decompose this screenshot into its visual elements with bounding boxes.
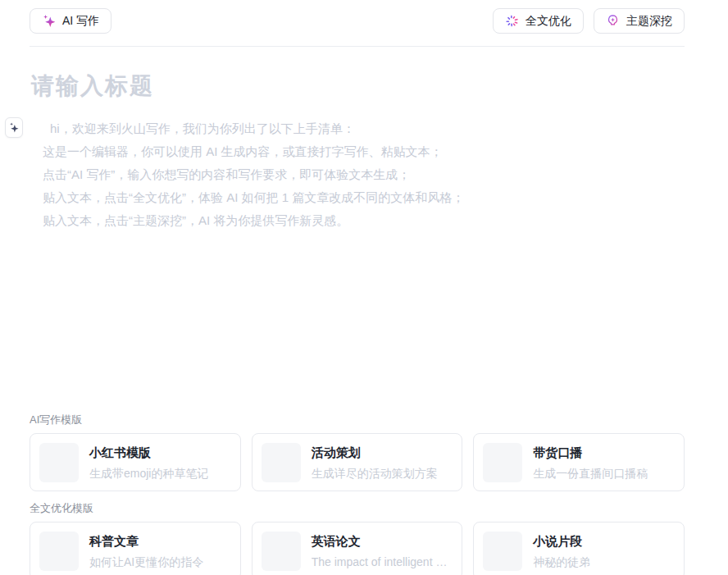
editor-line: 点击“AI 写作”，输入你想写的内容和写作要求，即可体验文本生成； — [43, 163, 683, 186]
template-card-livestream[interactable]: 带货口播 生成一份直播间口播稿 — [473, 433, 685, 491]
card-thumbnail — [39, 532, 79, 571]
inline-ai-button[interactable] — [5, 117, 23, 138]
card-subtitle: 神秘的徒弟 — [533, 554, 590, 569]
title-input[interactable]: 请输入标题 — [31, 71, 683, 102]
toolbar: AI 写作 — [0, 0, 728, 46]
template-card-novel-snippet[interactable]: 小说片段 神秘的徒弟 — [473, 522, 685, 575]
card-subtitle: 生成一份直播间口播稿 — [533, 466, 648, 481]
card-thumbnail — [39, 443, 79, 482]
editor-line: 贴入文本，点击“全文优化”，体验 AI 如何把 1 篇文章改成不同的文体和风格； — [43, 186, 683, 209]
card-title: 活动策划 — [312, 445, 438, 461]
card-title: 小说片段 — [533, 533, 590, 550]
card-row: 科普文章 如何让AI更懂你的指令 英语论文 The impact of inte… — [30, 522, 685, 575]
card-row: 小红书模版 生成带emoji的种草笔记 活动策划 生成详尽的活动策划方案 带货口… — [30, 433, 685, 491]
card-subtitle: 生成带emoji的种草笔记 — [89, 466, 208, 481]
sparkle-icon — [42, 14, 56, 28]
card-title: 带货口播 — [533, 445, 648, 461]
deep-dig-label: 主题深挖 — [626, 14, 672, 29]
margin-sparkle-icon — [8, 121, 20, 134]
deep-dig-button[interactable]: 主题深挖 — [594, 8, 685, 34]
editor-page: AI 写作 — [0, 0, 728, 575]
optimize-button[interactable]: 全文优化 — [493, 8, 584, 34]
template-card-science-article[interactable]: 科普文章 如何让AI更懂你的指令 — [30, 522, 241, 575]
card-thumbnail — [483, 443, 522, 482]
header-right-actions: 全文优化 — [493, 8, 685, 34]
card-thumbnail — [262, 532, 301, 571]
card-subtitle: The impact of intelligent hou… — [312, 554, 453, 569]
section-label: 全文优化模版 — [30, 501, 685, 516]
bulb-icon — [606, 14, 620, 28]
editor-line: 贴入文本，点击“主题深挖”，AI 将为你提供写作新灵感。 — [43, 209, 683, 232]
template-panel: AI写作模版 小红书模版 生成带emoji的种草笔记 活动策划 生成详尽的活动策… — [30, 413, 685, 575]
card-title: 英语论文 — [312, 533, 453, 550]
template-card-english-essay[interactable]: 英语论文 The impact of intelligent hou… — [252, 522, 463, 575]
ai-write-label: AI 写作 — [62, 14, 99, 29]
card-title: 小红书模版 — [89, 445, 208, 461]
section-ai-write-templates: AI写作模版 小红书模版 生成带emoji的种草笔记 活动策划 生成详尽的活动策… — [30, 413, 685, 491]
burst-icon — [505, 14, 519, 28]
template-card-event-plan[interactable]: 活动策划 生成详尽的活动策划方案 — [252, 433, 463, 491]
optimize-label: 全文优化 — [526, 14, 571, 29]
ai-write-button[interactable]: AI 写作 — [30, 8, 111, 34]
template-card-xiaohongshu[interactable]: 小红书模版 生成带emoji的种草笔记 — [30, 433, 241, 491]
card-subtitle: 生成详尽的活动策划方案 — [312, 466, 438, 481]
section-optimize-templates: 全文优化模版 科普文章 如何让AI更懂你的指令 英语论文 The impact … — [30, 501, 685, 575]
editor-body[interactable]: hi，欢迎来到火山写作，我们为你列出了以下上手清单： 这是一个编辑器，你可以使用… — [43, 117, 683, 232]
editor-line: hi，欢迎来到火山写作，我们为你列出了以下上手清单： — [43, 117, 683, 140]
header-divider — [30, 46, 685, 47]
card-thumbnail — [262, 443, 301, 482]
card-title: 科普文章 — [89, 533, 203, 550]
editor-line: 这是一个编辑器，你可以使用 AI 生成内容，或直接打字写作、粘贴文本； — [43, 140, 683, 163]
section-label: AI写作模版 — [30, 413, 685, 427]
card-thumbnail — [483, 532, 522, 571]
card-subtitle: 如何让AI更懂你的指令 — [89, 554, 203, 569]
